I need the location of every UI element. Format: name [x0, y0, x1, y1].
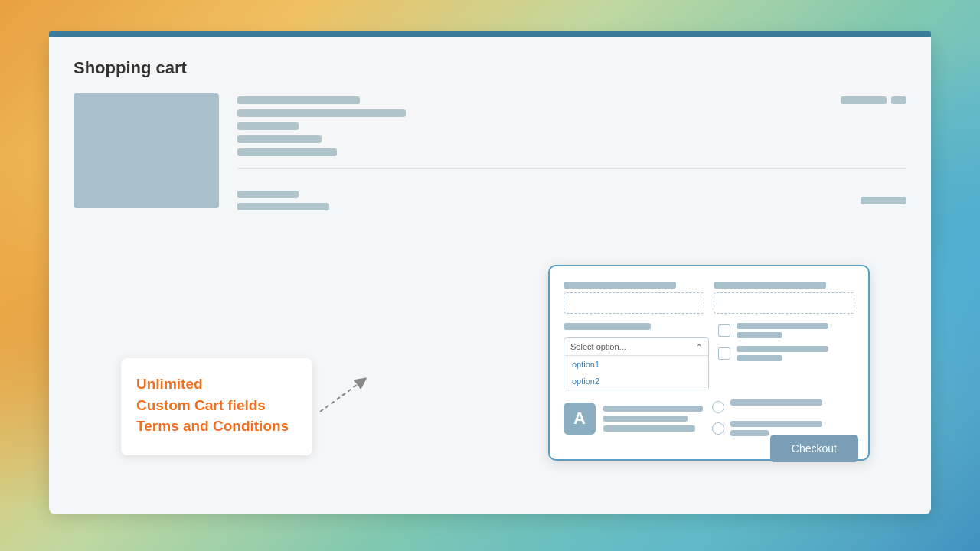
chevron-up-icon: ⌃ — [696, 343, 702, 351]
rb-line2-2 — [730, 430, 769, 436]
text-icon-letter: A — [573, 409, 586, 429]
callout-line1: Unlimited — [136, 376, 203, 392]
callout-box: Unlimited Custom Cart fields Terms and C… — [121, 358, 312, 455]
field-group-2 — [714, 282, 854, 314]
select-label — [564, 323, 651, 330]
select-option-1[interactable]: option1 — [564, 356, 708, 373]
radio-2-lines — [730, 421, 822, 436]
rb-line1-2 — [730, 421, 822, 427]
checkbox-2[interactable] — [718, 347, 730, 360]
checkout-button[interactable]: Checkout — [770, 435, 858, 462]
field-label-1 — [564, 282, 676, 289]
cb-line1-1 — [737, 323, 828, 329]
textarea-radio-row: A — [564, 399, 854, 436]
select-dropdown: option1 option2 — [564, 355, 708, 390]
ta-line-2 — [603, 416, 688, 422]
callout-line2: Custom Cart fields — [136, 397, 266, 413]
main-card: Shopping cart — [49, 37, 931, 514]
radio-2[interactable] — [712, 422, 724, 435]
divider — [237, 168, 906, 169]
sku-skeleton — [237, 96, 360, 104]
rb-line1-1 — [730, 399, 822, 406]
select-box[interactable]: Select option... ⌃ option1 option2 — [564, 337, 709, 390]
ta-line-1 — [603, 406, 703, 412]
product-info-right — [841, 96, 906, 104]
promo-bar2-skeleton — [237, 203, 329, 210]
name-skeleton — [237, 109, 406, 117]
promo-left — [237, 191, 329, 210]
field-input-1[interactable] — [564, 292, 704, 314]
promo-bar1-skeleton — [237, 191, 299, 198]
checkbox-1-lines — [737, 323, 828, 338]
select-checkbox-row: Select option... ⌃ option1 option2 — [564, 323, 854, 390]
text-area-section: A — [564, 403, 703, 436]
attr3-skeleton — [237, 148, 337, 156]
cb-line2-2 — [737, 355, 782, 361]
dashed-arrow-svg — [312, 373, 374, 419]
text-inputs-row — [564, 282, 854, 314]
checkbox-item-1 — [718, 323, 854, 338]
cb-line2-1 — [737, 332, 782, 338]
radio-1-lines — [730, 399, 822, 406]
field-label-2 — [714, 282, 826, 289]
attr1-skeleton — [237, 122, 299, 130]
top-accent-bar — [49, 31, 931, 37]
price-skeleton — [841, 96, 887, 104]
select-header[interactable]: Select option... ⌃ — [564, 338, 708, 355]
select-placeholder: Select option... — [570, 342, 626, 351]
product-info-left — [237, 96, 406, 156]
checkbox-1[interactable] — [718, 324, 730, 337]
select-option-2[interactable]: option2 — [564, 373, 708, 390]
radio-item-1 — [712, 399, 854, 413]
product-top-row — [237, 96, 906, 156]
radio-item-2 — [712, 421, 854, 436]
callout-text: Unlimited Custom Cart fields Terms and C… — [136, 373, 297, 437]
select-container: Select option... ⌃ option1 option2 — [564, 323, 709, 390]
cb-line1-2 — [737, 346, 828, 352]
callout-line3: Terms and Conditions — [136, 418, 289, 434]
textarea-lines — [603, 403, 703, 432]
product-bottom — [237, 191, 906, 210]
attr2-skeleton — [237, 135, 322, 143]
text-icon: A — [564, 403, 596, 435]
fields-panel: Select option... ⌃ option1 option2 — [548, 265, 870, 461]
radio-group — [712, 399, 854, 436]
subtotal-val-skeleton — [861, 197, 906, 204]
product-row — [74, 93, 906, 210]
checkbox-item-2 — [718, 346, 854, 361]
ta-line-3 — [603, 425, 695, 432]
svg-line-0 — [320, 381, 362, 412]
page-title: Shopping cart — [74, 58, 906, 78]
field-input-2[interactable] — [714, 292, 854, 314]
checkbox-2-lines — [737, 346, 828, 361]
product-image — [74, 93, 219, 208]
checkbox-group — [718, 323, 854, 390]
field-group-1 — [564, 282, 704, 314]
radio-1[interactable] — [712, 401, 724, 413]
qty-skeleton — [891, 96, 906, 104]
product-details — [237, 93, 906, 210]
arrow-container — [312, 373, 374, 419]
